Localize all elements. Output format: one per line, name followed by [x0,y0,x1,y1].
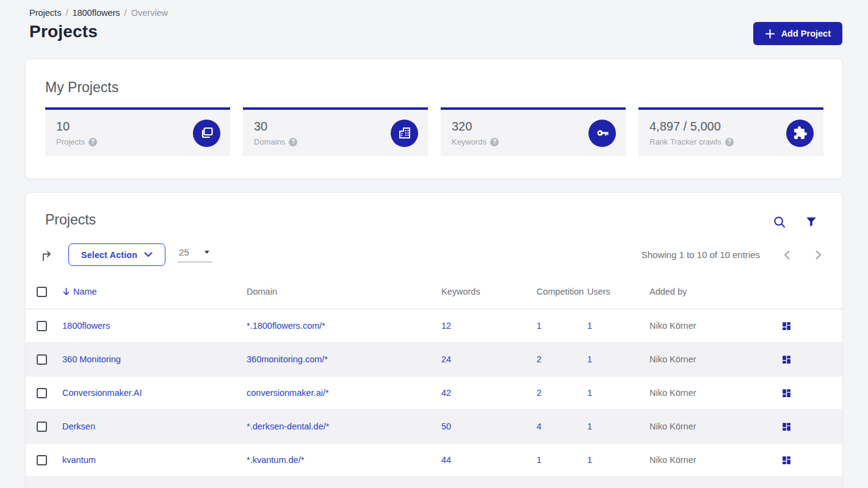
open-dashboard-button[interactable] [781,455,792,465]
project-domain-link[interactable]: *.kvantum.de/* [247,455,441,465]
project-domain-link[interactable]: *.derksen-dental.de/* [247,422,441,431]
stat-rank-tracker-label: Rank Tracker crawls [649,137,722,146]
project-users-value[interactable]: 1 [587,321,649,331]
project-keywords-value[interactable]: 50 [441,422,537,431]
table-row: Conversionmaker.AI conversionmaker.ai/* … [26,376,842,410]
project-name-link[interactable]: 1800flowers [62,321,247,331]
project-domain-link[interactable]: conversionmaker.ai/* [247,388,441,398]
project-domain-link[interactable]: 360monitoring.com/* [247,354,441,364]
column-header-users[interactable]: Users [587,287,649,296]
project-name-link[interactable]: Conversionmaker.AI [62,388,247,398]
chevron-left-icon [783,250,790,260]
help-icon[interactable]: ? [490,138,499,146]
project-name-link[interactable]: kvantum [62,455,247,465]
stat-projects: 10 Projects ? [45,107,230,156]
column-header-keywords[interactable]: Keywords [441,287,537,296]
showing-entries-text: Showing 1 to 10 of 10 entries [642,249,760,260]
stat-domains-label: Domains [254,137,285,146]
project-keywords-value[interactable]: 12 [441,321,537,331]
dashboard-icon [781,455,792,465]
help-icon[interactable]: ? [289,138,297,146]
table-row: kvantum *.kvantum.de/* 44 1 1 Niko Körne… [26,443,842,477]
my-projects-card: My Projects 10 Projects ? 30 Dom [25,59,843,179]
project-competition-value[interactable]: 1 [537,321,587,331]
column-header-added-by[interactable]: Added by [649,287,771,296]
export-button[interactable] [40,248,53,261]
project-competition-value[interactable]: 1 [537,455,587,465]
key-icon [588,120,616,147]
row-checkbox[interactable] [37,354,47,365]
puzzle-icon [786,120,814,147]
add-project-label: Add Project [781,29,831,38]
help-icon[interactable]: ? [89,138,97,146]
project-added-by: Niko Körner [649,388,771,398]
pagination-next-button[interactable] [815,250,822,260]
my-projects-title: My Projects [45,79,823,96]
open-dashboard-button[interactable] [781,321,792,331]
stat-keywords-label: Keywords [452,137,486,146]
column-header-domain[interactable]: Domain [247,287,441,296]
stat-keywords-value: 320 [452,120,499,134]
pagination-prev-button[interactable] [783,250,790,260]
table-row: 1800flowers *.1800flowers.com/* 12 1 1 N… [26,309,842,343]
stat-projects-label: Projects [56,137,85,146]
stat-domains-value: 30 [254,120,297,134]
project-keywords-value[interactable]: 24 [441,354,537,364]
project-competition-value[interactable]: 2 [537,388,587,398]
top-bar: Projects / 1800flowers / Overview Projec… [0,0,868,45]
project-users-value[interactable]: 1 [587,422,649,431]
filter-icon [806,217,817,228]
open-dashboard-button[interactable] [781,354,792,365]
project-name-link[interactable]: Derksen [62,422,247,431]
select-action-dropdown[interactable]: Select Action [68,243,165,266]
project-users-value[interactable]: 1 [587,354,649,364]
sort-down-icon [62,287,70,296]
project-users-value[interactable]: 1 [587,455,649,465]
dashboard-icon [781,354,792,365]
row-checkbox[interactable] [37,388,47,398]
column-header-competition[interactable]: Competition [537,287,587,296]
search-button[interactable] [773,216,786,228]
breadcrumb-overview: Overview [131,8,168,18]
dashboard-icon [781,321,792,331]
stat-rank-tracker: 4,897 / 5,000 Rank Tracker crawls ? [638,107,823,156]
project-added-by: Niko Körner [649,321,771,331]
open-dashboard-button[interactable] [781,388,792,398]
building-icon [391,120,418,147]
row-checkbox[interactable] [37,321,47,331]
table-row: 360 Monitoring 360monitoring.com/* 24 2 … [26,343,842,376]
chevron-down-icon [144,252,153,257]
project-users-value[interactable]: 1 [587,388,649,398]
search-icon [773,216,786,228]
column-header-name[interactable]: Name [62,287,247,296]
project-name-link[interactable]: 360 Monitoring [62,354,247,364]
project-domain-link[interactable]: *.1800flowers.com/* [247,321,441,331]
select-all-checkbox[interactable] [37,287,47,297]
projects-table: Name Domain Keywords Competition Users A… [26,274,842,488]
project-added-by: Niko Körner [649,455,771,465]
page-size-select[interactable]: 25 [178,247,212,262]
projects-copy-icon [193,120,220,147]
project-keywords-value[interactable]: 44 [441,455,537,465]
chevron-right-icon [815,250,822,260]
breadcrumb-1800flowers[interactable]: 1800flowers [72,8,120,18]
project-keywords-value[interactable]: 42 [441,388,537,398]
breadcrumb-separator: / [125,8,127,18]
column-header-name-label: Name [73,287,97,296]
help-icon[interactable]: ? [725,138,734,146]
add-project-button[interactable]: Add Project [753,22,842,45]
breadcrumb: Projects / 1800flowers / Overview [29,8,842,18]
export-arrow-icon [40,248,53,261]
row-checkbox[interactable] [37,422,47,432]
breadcrumb-separator: / [65,8,68,18]
projects-panel-title: Projects [45,212,96,228]
open-dashboard-button[interactable] [781,422,792,432]
projects-panel: Projects Select Action [25,192,843,488]
project-competition-value[interactable]: 2 [537,354,587,364]
breadcrumb-projects[interactable]: Projects [29,8,61,18]
select-action-label: Select Action [81,250,137,260]
project-competition-value[interactable]: 4 [537,422,587,431]
row-checkbox[interactable] [37,455,47,465]
plus-icon [765,29,775,39]
filter-button[interactable] [806,217,817,228]
